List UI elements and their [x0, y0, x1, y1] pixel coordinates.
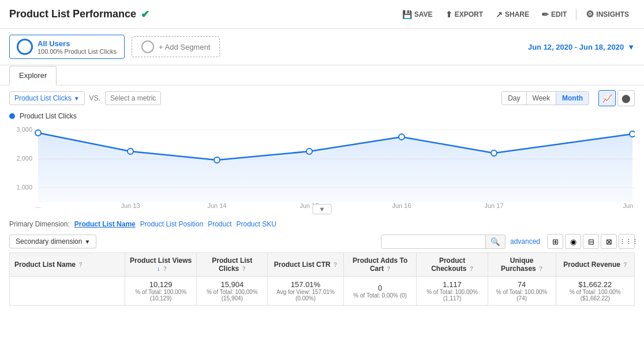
svg-marker-6	[38, 133, 632, 202]
svg-point-13	[630, 131, 635, 137]
save-icon: 💾	[402, 10, 412, 19]
checkouts-main: 1,117	[421, 280, 482, 289]
add-segment-circle	[141, 40, 154, 53]
date-range-picker[interactable]: Jun 12, 2020 - Jun 18, 2020 ▼	[528, 43, 635, 51]
col-header-name: Product List Name ?	[10, 253, 125, 277]
chart-expand-btn[interactable]: ▼	[313, 204, 332, 214]
chart-area: 3,000 2,000 1,000 ... Jun 13 Jun	[0, 121, 644, 217]
adds-sub: % of Total: 0.00% (0)	[349, 292, 412, 299]
segment-sub: 100.00% Product List Clicks	[38, 48, 117, 55]
select-metric-dropdown[interactable]: Select a metric	[105, 91, 161, 105]
views-main: 10,129	[130, 280, 192, 289]
tab-explorer[interactable]: Explorer	[9, 66, 57, 85]
help-icon-checkouts[interactable]: ?	[470, 266, 473, 272]
col-header-views[interactable]: Product List Views ↓ ?	[125, 253, 197, 277]
help-icon-views[interactable]: ?	[163, 266, 167, 272]
more-view-btn[interactable]: ⋮⋮⋮	[619, 234, 635, 249]
ctr-sub: Avg for View: 157.01% (0.00%)	[272, 289, 339, 302]
adds-main: 0	[349, 284, 412, 292]
header: Product List Performance ✔ 💾 SAVE ⬆ EXPO…	[0, 0, 644, 29]
export-icon: ⬆	[445, 10, 452, 19]
pivot-view-btn[interactable]: ⊟	[583, 234, 599, 249]
share-icon: ↗	[496, 10, 503, 19]
chart-view-btn[interactable]: ◉	[565, 234, 581, 249]
checkouts-sub: % of Total: 100.00% (1,117)	[421, 289, 482, 302]
svg-point-9	[214, 157, 220, 163]
svg-text:3,000: 3,000	[16, 126, 32, 133]
grid-view-btn[interactable]: ⊞	[547, 234, 563, 249]
dim-link-name[interactable]: Product List Name	[74, 220, 136, 228]
verified-icon: ✔	[141, 8, 149, 21]
segments-bar: All Users 100.00% Product List Clicks + …	[0, 29, 644, 65]
search-input[interactable]	[381, 235, 485, 248]
total-clicks-cell: 15,904 % of Total: 100.00% (15,904)	[197, 277, 268, 306]
totals-row: 10,129 % of Total: 100.00% (10,129) 15,9…	[10, 277, 635, 306]
secondary-dim-btn[interactable]: Secondary dimension ▼	[9, 235, 96, 248]
svg-text:Jun 13: Jun 13	[121, 202, 140, 209]
legend-dot	[9, 113, 15, 119]
sort-arrow-icon: ↓	[156, 265, 160, 273]
col-header-clicks[interactable]: Product List Clicks ?	[197, 253, 268, 277]
col-header-ctr[interactable]: Product List CTR ?	[268, 253, 344, 277]
time-btn-day[interactable]: Day	[502, 92, 526, 105]
help-icon-revenue[interactable]: ?	[623, 262, 627, 268]
search-icon: 🔍	[491, 237, 500, 246]
metric-caret-icon: ▼	[74, 95, 80, 102]
col-header-revenue[interactable]: Product Revenue ?	[556, 253, 634, 277]
header-actions: 💾 SAVE ⬆ EXPORT ↗ SHARE ✏ EDIT ⚙ INSIGHT…	[396, 6, 635, 23]
line-chart-btn[interactable]: 📈	[598, 90, 616, 106]
clicks-sub: % of Total: 100.00% (15,904)	[201, 289, 263, 302]
svg-text:1,000: 1,000	[16, 184, 32, 191]
line-chart-svg: 3,000 2,000 1,000 ... Jun 13 Jun	[9, 121, 635, 211]
col-header-checkouts[interactable]: Product Checkouts ?	[417, 253, 488, 277]
svg-point-12	[491, 150, 497, 156]
revenue-main: $1,662.22	[561, 280, 630, 289]
help-icon-clicks[interactable]: ?	[242, 266, 246, 272]
export-button[interactable]: ⬆ EXPORT	[440, 7, 489, 22]
view-buttons: ⊞ ◉ ⊟ ⊠ ⋮⋮⋮	[547, 234, 635, 249]
svg-text:2,000: 2,000	[16, 155, 32, 162]
advanced-link[interactable]: advanced	[510, 237, 540, 246]
add-segment-label: + Add Segment	[159, 43, 210, 51]
chart-type-buttons: 📈 ⬤	[598, 90, 635, 106]
help-icon-name[interactable]: ?	[78, 262, 82, 268]
edit-button[interactable]: ✏ EDIT	[536, 7, 572, 22]
help-icon-ctr[interactable]: ?	[334, 262, 337, 268]
data-table: Product List Name ? Product List Views ↓…	[9, 252, 635, 306]
share-button[interactable]: ↗ SHARE	[490, 7, 535, 22]
svg-point-11	[399, 134, 405, 140]
compare-view-btn[interactable]: ⊠	[601, 234, 617, 249]
col-header-adds[interactable]: Product Adds To Cart ?	[343, 253, 417, 277]
time-btn-week[interactable]: Week	[527, 92, 556, 105]
segment-pill[interactable]: All Users 100.00% Product List Clicks	[9, 35, 125, 59]
caret-down-icon: ▼	[627, 43, 635, 51]
pie-chart-btn[interactable]: ⬤	[617, 90, 635, 106]
help-icon-adds[interactable]: ?	[387, 266, 390, 272]
add-segment-pill[interactable]: + Add Segment	[132, 36, 220, 57]
total-ctr-cell: 157.01% Avg for View: 157.01% (0.00%)	[268, 277, 344, 306]
views-sub: % of Total: 100.00% (10,129)	[130, 289, 192, 302]
search-button[interactable]: 🔍	[485, 235, 505, 248]
help-icon-unique[interactable]: ?	[539, 266, 542, 272]
time-btn-month[interactable]: Month	[556, 92, 589, 105]
metric-label: Product List Clicks	[14, 94, 72, 102]
col-header-unique[interactable]: Unique Purchases ?	[488, 253, 556, 277]
edit-icon: ✏	[542, 10, 549, 19]
dim-link-product[interactable]: Product	[208, 220, 231, 228]
header-divider	[576, 9, 576, 20]
dim-link-sku[interactable]: Product SKU	[236, 220, 276, 228]
metric-dropdown[interactable]: Product List Clicks ▼	[9, 91, 85, 105]
insights-icon: ⚙	[586, 9, 594, 20]
save-button[interactable]: 💾 SAVE	[396, 7, 439, 22]
segment-info: All Users 100.00% Product List Clicks	[38, 39, 117, 55]
svg-point-8	[128, 148, 133, 154]
date-range-label: Jun 12, 2020 - Jun 18, 2020	[528, 43, 624, 51]
revenue-sub: % of Total: 100.00% ($1,662.22)	[561, 289, 630, 302]
unique-main: 74	[493, 280, 551, 289]
time-button-group: Day Week Month	[501, 91, 589, 105]
legend-label: Product List Clicks	[20, 112, 77, 120]
svg-point-10	[306, 148, 312, 154]
dim-link-position[interactable]: Product List Position	[140, 220, 203, 228]
vs-label: VS.	[89, 94, 100, 102]
insights-button[interactable]: ⚙ INSIGHTS	[580, 6, 635, 23]
